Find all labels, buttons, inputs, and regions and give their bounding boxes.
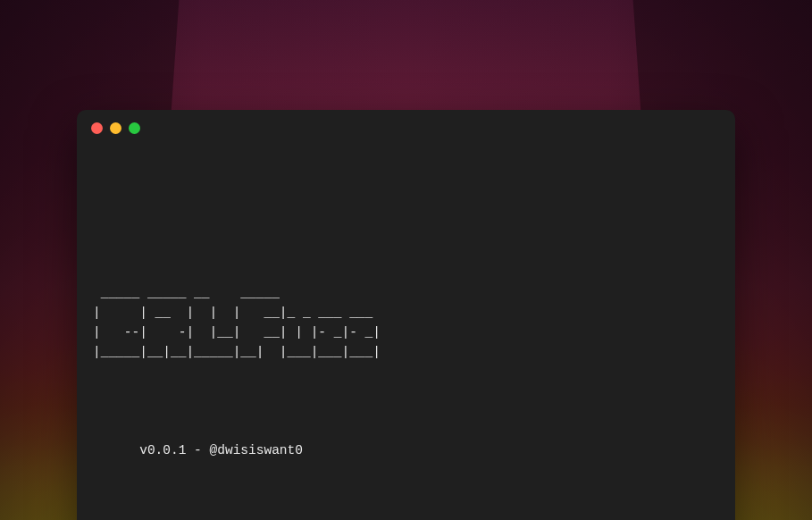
- maximize-icon[interactable]: [129, 122, 140, 134]
- minimize-icon[interactable]: [110, 122, 121, 134]
- terminal-output[interactable]: _____ _____ __ _____ | | __ | | | __|_ _…: [77, 146, 735, 520]
- version-line: v0.0.1 - @dwisiswant0: [93, 440, 719, 460]
- close-icon[interactable]: [91, 122, 103, 134]
- ascii-banner: _____ _____ __ _____ | | __ | | | __|_ _…: [93, 283, 719, 362]
- window-titlebar[interactable]: [77, 110, 735, 146]
- terminal-window: _____ _____ __ _____ | | __ | | | __|_ _…: [77, 110, 735, 520]
